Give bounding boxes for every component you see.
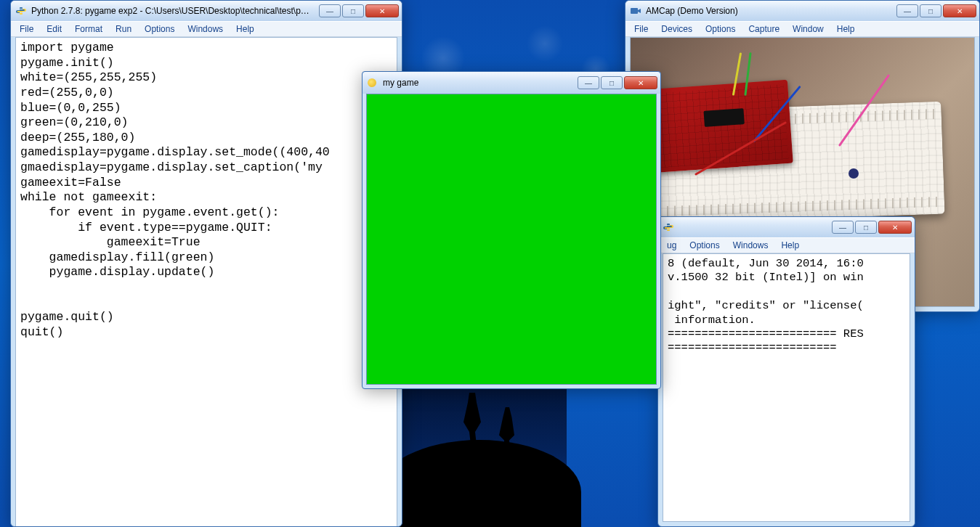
close-button[interactable]: ✕ — [943, 4, 976, 17]
close-icon: ✕ — [957, 7, 963, 15]
close-icon: ✕ — [379, 7, 385, 15]
menu-help[interactable]: Help — [775, 239, 805, 252]
menu-devices[interactable]: Devices — [655, 23, 698, 36]
maximize-button[interactable]: □ — [601, 76, 623, 89]
maximize-icon: □ — [864, 224, 868, 232]
svg-rect-0 — [631, 8, 638, 14]
maximize-button[interactable]: □ — [920, 4, 941, 17]
menu-format[interactable]: Format — [69, 23, 108, 36]
menu-options[interactable]: Options — [684, 239, 725, 252]
python-icon — [663, 221, 674, 233]
minimize-icon: — — [904, 7, 911, 15]
menu-options[interactable]: Options — [139, 23, 180, 36]
menu-help[interactable]: Help — [831, 23, 861, 36]
maximize-button[interactable]: □ — [342, 4, 364, 17]
close-icon: ✕ — [638, 79, 644, 87]
idle-editor-titlebar[interactable]: Python 2.7.8: pygame exp2 - C:\Users\USE… — [11, 1, 402, 21]
idle-editor-window: Python 2.7.8: pygame exp2 - C:\Users\USE… — [10, 0, 402, 527]
python-shell-menubar: ug Options Windows Help — [658, 237, 915, 253]
close-button[interactable]: ✕ — [878, 221, 912, 234]
python-shell-window: — □ ✕ ug Options Windows Help 8 (default… — [657, 216, 915, 527]
menu-run[interactable]: Run — [110, 23, 137, 36]
menu-debug-partial[interactable]: ug — [661, 239, 682, 252]
menu-windows[interactable]: Windows — [727, 239, 774, 252]
maximize-button[interactable]: □ — [855, 221, 877, 234]
component — [849, 168, 859, 179]
pygame-titlebar[interactable]: my game — □ ✕ — [363, 72, 660, 94]
minimize-button[interactable]: — — [319, 4, 341, 17]
minimize-button[interactable]: — — [896, 4, 918, 17]
close-button[interactable]: ✕ — [624, 76, 657, 89]
python-shell-titlebar[interactable]: — □ ✕ — [658, 217, 915, 237]
close-button[interactable]: ✕ — [365, 4, 399, 17]
amcap-titlebar[interactable]: AMCap (Demo Version) — □ ✕ — [625, 1, 979, 21]
maximize-icon: □ — [351, 7, 355, 15]
menu-capture[interactable]: Capture — [742, 23, 785, 36]
idle-editor-menubar: File Edit Format Run Options Windows Hel… — [11, 21, 402, 37]
minimize-icon: — — [326, 7, 333, 15]
menu-windows[interactable]: Windows — [182, 23, 229, 36]
minimize-button[interactable]: — — [832, 221, 854, 234]
idle-editor-title: Python 2.7.8: pygame exp2 - C:\Users\USE… — [31, 6, 313, 16]
minimize-button[interactable]: — — [578, 76, 599, 89]
idle-editor-code[interactable]: import pygame pygame.init() white=(255,2… — [16, 38, 397, 343]
amcap-title: AMCap (Demo Version) — [646, 6, 891, 16]
menu-options[interactable]: Options — [700, 23, 741, 36]
pygame-window: my game — □ ✕ — [362, 71, 661, 389]
idle-editor-client[interactable]: import pygame pygame.init() white=(255,2… — [15, 37, 397, 526]
close-icon: ✕ — [892, 224, 898, 232]
python-icon — [15, 5, 27, 17]
pygame-surface[interactable] — [366, 94, 657, 385]
menu-help[interactable]: Help — [230, 23, 260, 36]
python-shell-output[interactable]: 8 (default, Jun 30 2014, 16:0 v.1500 32 … — [663, 254, 910, 359]
menu-file[interactable]: File — [14, 23, 39, 36]
menu-edit[interactable]: Edit — [41, 23, 68, 36]
amcap-menubar: File Devices Options Capture Window Help — [625, 21, 979, 37]
maximize-icon: □ — [928, 7, 933, 15]
amcap-icon — [630, 5, 641, 17]
menu-window[interactable]: Window — [787, 23, 830, 36]
pygame-title: my game — [383, 78, 572, 88]
desktop-wallpaper-art — [392, 377, 567, 527]
menu-file[interactable]: File — [628, 23, 654, 36]
python-shell-client[interactable]: 8 (default, Jun 30 2014, 16:0 v.1500 32 … — [663, 253, 910, 522]
minimize-icon: — — [585, 79, 592, 87]
maximize-icon: □ — [610, 79, 614, 87]
minimize-icon: — — [839, 224, 846, 232]
pygame-icon — [367, 77, 378, 89]
